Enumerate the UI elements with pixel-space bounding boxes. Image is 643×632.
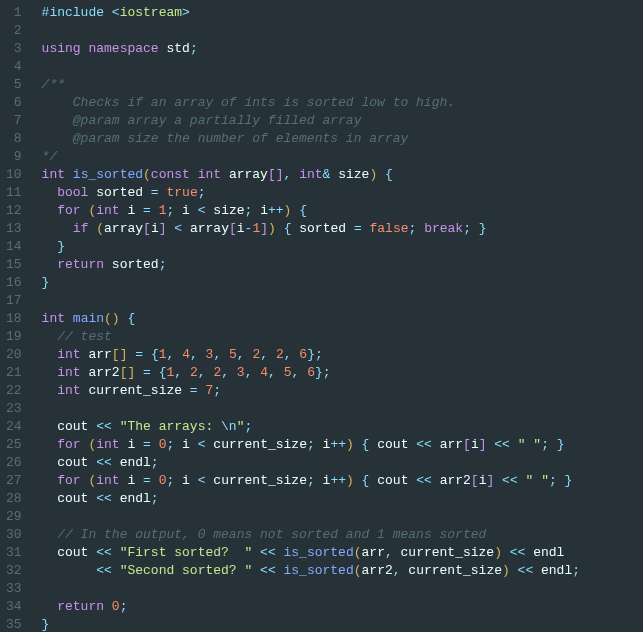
code-line[interactable]: return sorted;	[42, 256, 643, 274]
token-punc: {	[385, 167, 393, 182]
code-line[interactable]: << "Second sorted? " << is_sorted(arr2, …	[42, 562, 643, 580]
token-punc: ;	[307, 473, 315, 488]
code-line[interactable]: // test	[42, 328, 643, 346]
token-num: 6	[307, 365, 315, 380]
line-number: 19	[6, 328, 22, 346]
token-op: <<	[502, 473, 518, 488]
token-punc: ;	[190, 41, 198, 56]
code-line[interactable]: for (int i = 1; i < size; i++) {	[42, 202, 643, 220]
token-var	[104, 599, 112, 614]
token-paren2: [	[268, 167, 276, 182]
code-line[interactable]: bool sorted = true;	[42, 184, 643, 202]
code-area[interactable]: #include <iostream>using namespace std;/…	[34, 0, 643, 632]
line-number: 15	[6, 256, 22, 274]
token-com: // In the output, 0 means not sorted and…	[57, 527, 486, 542]
code-line[interactable]: // In the output, 0 means not sorted and…	[42, 526, 643, 544]
token-com: // test	[57, 329, 112, 344]
code-line[interactable]: cout << "First sorted? " << is_sorted(ar…	[42, 544, 643, 562]
token-str: "First sorted? "	[120, 545, 253, 560]
code-line[interactable]	[42, 292, 643, 310]
token-var	[135, 365, 143, 380]
token-var: current_size	[401, 563, 502, 578]
token-var: cout	[42, 419, 97, 434]
code-line[interactable]: int current_size = 7;	[42, 382, 643, 400]
code-line[interactable]	[42, 58, 643, 76]
token-op: <	[198, 437, 206, 452]
token-punc: ,	[260, 347, 268, 362]
token-paren2: [	[229, 221, 237, 236]
token-type: int	[57, 347, 80, 362]
code-line[interactable]	[42, 400, 643, 418]
token-var	[42, 203, 58, 218]
token-punc: ,	[268, 365, 276, 380]
code-line[interactable]: #include <iostream>	[42, 4, 643, 22]
token-paren2: ]	[479, 437, 487, 452]
token-type: int	[96, 437, 119, 452]
code-line[interactable]: return 0;	[42, 598, 643, 616]
code-line[interactable]	[42, 508, 643, 526]
code-line[interactable]: if (array[i] < array[i-1]) { sorted = fa…	[42, 220, 643, 238]
token-var	[112, 545, 120, 560]
token-var: arr	[81, 347, 112, 362]
token-var: endl	[533, 563, 572, 578]
token-paren2: [	[463, 437, 471, 452]
code-line[interactable]: cout << "The arrays: \n";	[42, 418, 643, 436]
token-punc: ;	[120, 599, 128, 614]
token-var	[362, 221, 370, 236]
token-var: i	[120, 203, 143, 218]
code-line[interactable]: for (int i = 0; i < current_size; i++) {…	[42, 436, 643, 454]
code-line[interactable]: /**	[42, 76, 643, 94]
code-line[interactable]: cout << endl;	[42, 490, 643, 508]
token-num: 0	[112, 599, 120, 614]
code-line[interactable]: }	[42, 616, 643, 632]
token-var	[221, 347, 229, 362]
token-op: <	[198, 473, 206, 488]
token-com: @param array a partially filled array	[42, 113, 362, 128]
token-var	[65, 167, 73, 182]
token-punc: }	[42, 275, 50, 290]
token-var	[252, 563, 260, 578]
token-punc: ;	[151, 491, 159, 506]
token-num: 4	[182, 347, 190, 362]
token-punc: ,	[385, 545, 393, 560]
code-line[interactable]: Checks if an array of ints is sorted low…	[42, 94, 643, 112]
code-line[interactable]: }	[42, 238, 643, 256]
token-punc: }	[565, 473, 573, 488]
code-line[interactable]: using namespace std;	[42, 40, 643, 58]
code-line[interactable]: }	[42, 274, 643, 292]
token-punc: ,	[284, 347, 292, 362]
token-var: sorted	[104, 257, 159, 272]
code-line[interactable]: cout << endl;	[42, 454, 643, 472]
token-var: arr2	[432, 473, 471, 488]
code-line[interactable]: */	[42, 148, 643, 166]
line-number: 8	[6, 130, 22, 148]
code-line[interactable]: int arr2[] = {1, 2, 2, 3, 4, 5, 6};	[42, 364, 643, 382]
token-punc: ,	[237, 347, 245, 362]
token-paren2: ]	[159, 221, 167, 236]
code-line[interactable]	[42, 580, 643, 598]
line-number: 1	[6, 4, 22, 22]
code-line[interactable]: int arr[] = {1, 4, 3, 5, 2, 2, 6};	[42, 346, 643, 364]
token-var: i	[315, 437, 331, 452]
code-line[interactable]: int main() {	[42, 310, 643, 328]
code-line[interactable]: for (int i = 0; i < current_size; i++) {…	[42, 472, 643, 490]
token-var	[549, 437, 557, 452]
line-number: 34	[6, 598, 22, 616]
token-paren: )	[346, 473, 354, 488]
token-paren2: ]	[260, 221, 268, 236]
code-editor[interactable]: 1234567891011121314151617181920212223242…	[0, 0, 643, 632]
token-var: cout	[369, 473, 416, 488]
token-kw: for	[57, 473, 80, 488]
code-line[interactable]: @param size the number of elements in ar…	[42, 130, 643, 148]
token-num: 2	[190, 365, 198, 380]
code-line[interactable]	[42, 22, 643, 40]
token-num: 1	[159, 203, 167, 218]
code-line[interactable]: int is_sorted(const int array[], int& si…	[42, 166, 643, 184]
token-var	[198, 347, 206, 362]
code-line[interactable]: @param array a partially filled array	[42, 112, 643, 130]
token-punc: ,	[174, 365, 182, 380]
token-var: i	[174, 437, 197, 452]
token-punc: ,	[190, 347, 198, 362]
token-var: cout	[369, 437, 416, 452]
line-number: 23	[6, 400, 22, 418]
